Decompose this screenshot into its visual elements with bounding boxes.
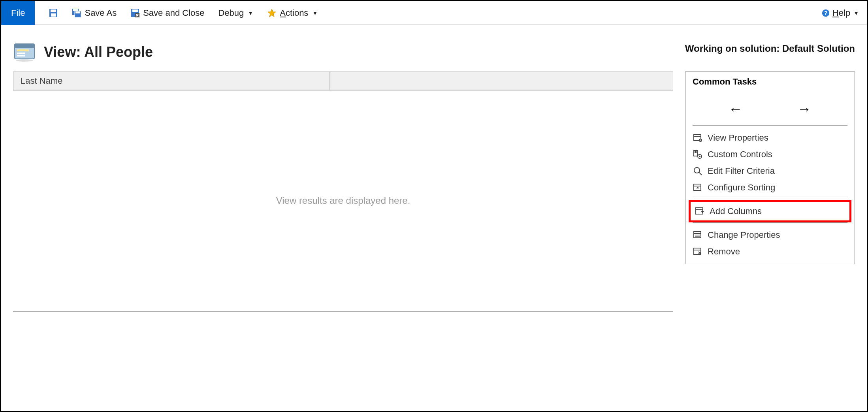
column-header-empty bbox=[330, 72, 673, 90]
help-label: Help bbox=[832, 8, 850, 18]
svg-rect-16 bbox=[17, 53, 25, 54]
toolbar: File Save As Save and Close Debug ▼ Acti… bbox=[1, 1, 867, 25]
task-view-properties[interactable]: i View Properties bbox=[693, 130, 847, 146]
svg-rect-35 bbox=[694, 231, 701, 238]
actions-label: Actions bbox=[280, 8, 308, 18]
chevron-down-icon: ▼ bbox=[312, 10, 318, 16]
svg-rect-1 bbox=[51, 9, 56, 12]
results-grid: Last Name View results are displayed her… bbox=[13, 71, 673, 312]
save-button[interactable] bbox=[49, 8, 58, 18]
help-icon: ? bbox=[821, 9, 830, 17]
save-and-close-button[interactable]: Save and Close bbox=[130, 8, 204, 18]
task-custom-controls[interactable]: Custom Controls bbox=[693, 146, 847, 163]
change-properties-icon bbox=[693, 230, 703, 240]
chevron-down-icon: ▼ bbox=[248, 10, 253, 16]
task-configure-sorting[interactable]: Configure Sorting bbox=[693, 179, 847, 196]
actions-menu[interactable]: Actions ▼ bbox=[267, 8, 318, 18]
save-as-button[interactable]: Save As bbox=[72, 8, 117, 18]
help-menu[interactable]: ? Help ▼ bbox=[821, 8, 859, 18]
results-placeholder: View results are displayed here. bbox=[276, 195, 410, 206]
task-label: Custom Controls bbox=[708, 149, 772, 160]
save-close-label: Save and Close bbox=[143, 8, 204, 18]
add-columns-highlight: Add Columns bbox=[689, 200, 851, 222]
task-label: Edit Filter Criteria bbox=[708, 166, 775, 176]
task-label: Add Columns bbox=[710, 206, 762, 216]
task-add-columns[interactable]: Add Columns bbox=[695, 205, 845, 218]
view-properties-icon: i bbox=[693, 133, 703, 143]
tasks-title: Common Tasks bbox=[685, 77, 855, 91]
debug-label: Debug bbox=[218, 8, 244, 18]
filter-icon bbox=[693, 166, 703, 176]
save-close-icon bbox=[130, 8, 140, 18]
task-label: Configure Sorting bbox=[708, 182, 775, 193]
svg-text:?: ? bbox=[824, 10, 827, 16]
nav-back-arrow[interactable]: ← bbox=[729, 101, 743, 117]
svg-rect-17 bbox=[17, 55, 25, 56]
remove-icon bbox=[693, 246, 703, 257]
svg-rect-8 bbox=[132, 9, 138, 12]
task-edit-filter-criteria[interactable]: Edit Filter Criteria bbox=[693, 163, 847, 179]
task-label: Remove bbox=[708, 246, 740, 257]
chevron-down-icon: ▼ bbox=[853, 10, 859, 16]
page-header: View: All People Working on solution: De… bbox=[1, 25, 867, 71]
svg-line-28 bbox=[699, 172, 702, 175]
svg-rect-24 bbox=[695, 151, 697, 153]
add-columns-icon bbox=[695, 206, 705, 216]
svg-point-27 bbox=[694, 167, 700, 173]
svg-point-26 bbox=[699, 156, 700, 157]
common-tasks-panel: Common Tasks ← → i View Properties Custo… bbox=[685, 71, 855, 264]
page-title: View: All People bbox=[44, 44, 153, 60]
column-header-last-name[interactable]: Last Name bbox=[13, 72, 330, 90]
actions-star-icon bbox=[267, 8, 277, 18]
custom-controls-icon bbox=[693, 149, 703, 160]
save-icon bbox=[49, 8, 58, 18]
svg-point-18 bbox=[16, 59, 33, 62]
svg-marker-10 bbox=[268, 9, 276, 17]
svg-rect-15 bbox=[17, 49, 29, 51]
task-label: View Properties bbox=[708, 133, 768, 143]
task-label: Change Properties bbox=[708, 230, 780, 240]
svg-rect-14 bbox=[15, 44, 34, 48]
view-window-icon bbox=[13, 41, 36, 64]
svg-rect-2 bbox=[51, 13, 56, 17]
svg-text:i: i bbox=[700, 139, 700, 141]
svg-rect-4 bbox=[73, 9, 78, 11]
save-as-label: Save As bbox=[85, 8, 117, 18]
solution-status: Working on solution: Default Solution bbox=[685, 43, 855, 54]
save-as-icon bbox=[72, 8, 81, 18]
svg-rect-31 bbox=[696, 208, 703, 214]
sort-icon bbox=[693, 182, 703, 193]
grid-header-row: Last Name bbox=[13, 71, 673, 90]
debug-menu[interactable]: Debug ▼ bbox=[218, 8, 254, 18]
file-menu[interactable]: File bbox=[1, 1, 35, 25]
nav-forward-arrow[interactable]: → bbox=[797, 101, 812, 117]
svg-rect-6 bbox=[75, 11, 80, 13]
task-change-properties[interactable]: Change Properties bbox=[693, 227, 847, 243]
task-remove[interactable]: Remove bbox=[693, 243, 847, 260]
